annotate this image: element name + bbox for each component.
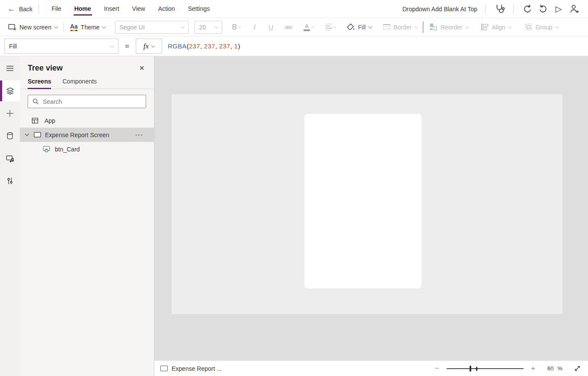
property-select[interactable]: Fill: [4, 39, 118, 54]
tab-components[interactable]: Components: [62, 78, 96, 89]
menu-item-insert[interactable]: Insert: [98, 0, 126, 18]
formula-input[interactable]: RGBA(237, 237, 237, 1): [168, 42, 240, 50]
rail-item-data[interactable]: [0, 125, 20, 146]
align-button[interactable]: Align: [481, 23, 511, 31]
menu-item-settings[interactable]: Settings: [182, 0, 217, 18]
underline-button[interactable]: U: [268, 23, 273, 31]
insert-plus-icon: [6, 109, 14, 118]
app-title-text: Dropdown Add Blank At Top: [403, 6, 477, 13]
share-button[interactable]: [566, 2, 582, 16]
formula-token: ,: [215, 42, 219, 50]
chevron-expand-icon[interactable]: [24, 132, 30, 138]
zoom-default-notch: [475, 368, 479, 369]
chevron-down-icon: [311, 25, 314, 28]
back-button[interactable]: ← Back: [8, 5, 32, 13]
chevron-down-icon: [555, 24, 559, 29]
group-label: Group: [536, 24, 553, 31]
group-button[interactable]: Group: [524, 23, 559, 31]
tree-item-label: Expense Report Screen: [45, 132, 109, 138]
design-canvas[interactable]: Expense Report ... − + 60 %: [154, 56, 588, 376]
tab-screens[interactable]: Screens: [28, 78, 51, 89]
theme-button[interactable]: Aa Theme: [70, 23, 105, 31]
rail-item-insert[interactable]: [0, 103, 20, 124]
rail-item-tree-view[interactable]: [0, 80, 20, 101]
menu-item-action[interactable]: Action: [152, 0, 182, 18]
zoom-in-button[interactable]: +: [528, 364, 538, 373]
fit-to-window-button[interactable]: [574, 365, 581, 372]
bold-button[interactable]: B: [232, 23, 240, 31]
formula-token: 237: [204, 42, 215, 50]
fx-button[interactable]: fx: [136, 39, 162, 54]
formula-token: ,: [200, 42, 204, 50]
tree-item-app[interactable]: App: [20, 113, 154, 128]
strikethrough-button[interactable]: abc: [284, 24, 292, 30]
zoom-out-button[interactable]: −: [432, 364, 442, 373]
font-size-select[interactable]: 20: [195, 21, 222, 34]
app-icon: [31, 117, 39, 125]
divider: [64, 22, 64, 32]
formula-token: ): [238, 42, 240, 50]
chevron-down-icon: [508, 24, 512, 29]
tree-item-btn-card[interactable]: btn_Card: [20, 142, 154, 156]
bold-icon: B: [232, 23, 237, 31]
align-label: Align: [492, 24, 505, 31]
more-options-icon[interactable]: ···: [135, 132, 154, 138]
divider: [423, 22, 423, 33]
strikethrough-icon: abc: [284, 24, 292, 30]
tree-view-header: Tree view ×: [20, 56, 154, 78]
tree-view-panel: Tree view × Screens Components App: [20, 56, 154, 376]
menu-item-view[interactable]: View: [126, 0, 152, 18]
reorder-button[interactable]: Reorder: [429, 23, 469, 31]
zoom-slider[interactable]: [447, 365, 524, 372]
app-checker-button[interactable]: [492, 2, 507, 16]
media-icon: [6, 154, 15, 163]
redo-icon: [538, 4, 548, 14]
chevron-down-icon: [333, 25, 336, 28]
rail-item-media[interactable]: [0, 148, 20, 169]
format-toolbar: New screen Aa Theme Segoe UI 20 B I U ab…: [0, 18, 588, 36]
search-box[interactable]: [28, 95, 146, 108]
undo-icon: [523, 4, 532, 14]
play-preview-button[interactable]: ▷: [551, 2, 566, 16]
menubar-right: Dropdown Add Blank At Top: [403, 2, 582, 16]
formula-token-function: RGBA: [168, 42, 187, 50]
rail-item-menu[interactable]: [0, 58, 20, 79]
app-screen-surface[interactable]: [172, 94, 562, 314]
zoom-slider-track[interactable]: [447, 368, 524, 369]
italic-button[interactable]: I: [253, 23, 256, 31]
zoom-slider-thumb[interactable]: [470, 366, 471, 372]
border-button[interactable]: Border: [383, 24, 418, 31]
menu-item-file[interactable]: File: [45, 0, 68, 18]
font-color-icon: A: [304, 23, 310, 31]
formula-token: 237: [219, 42, 230, 50]
zoom-value: 60: [547, 365, 553, 372]
text-align-button[interactable]: [326, 24, 336, 30]
data-cylinder-icon: [6, 132, 14, 140]
back-arrow-icon: ←: [8, 5, 15, 13]
percent-sign: %: [557, 365, 562, 372]
new-screen-button[interactable]: New screen: [8, 23, 58, 32]
undo-button[interactable]: [520, 2, 535, 16]
font-family-value: Segoe UI: [119, 24, 144, 31]
chevron-down-icon: [414, 24, 418, 29]
border-icon: [383, 24, 390, 30]
font-family-select[interactable]: Segoe UI: [115, 21, 189, 34]
search-input[interactable]: [43, 98, 142, 105]
close-icon[interactable]: ×: [137, 63, 146, 73]
fx-icon: fx: [144, 42, 149, 51]
menu-item-home[interactable]: Home: [68, 0, 98, 18]
redo-button[interactable]: [535, 2, 551, 16]
card-control[interactable]: [304, 114, 422, 289]
content-area: Tree view × Screens Components App: [0, 56, 588, 376]
font-color-button[interactable]: A: [304, 23, 313, 31]
italic-icon: I: [253, 23, 256, 31]
rail-item-advanced-tools[interactable]: [0, 170, 20, 191]
fill-button[interactable]: Fill: [346, 23, 372, 32]
canvas-status-bar: Expense Report ... − + 60 %: [154, 360, 588, 376]
tree-item-label: btn_Card: [55, 146, 80, 153]
font-size-value: 20: [199, 24, 206, 31]
play-icon: ▷: [556, 5, 562, 13]
tree-item-expense-report-screen[interactable]: Expense Report Screen ···: [20, 128, 154, 142]
reorder-icon: [429, 23, 438, 31]
current-screen-label: Expense Report ...: [172, 365, 222, 372]
